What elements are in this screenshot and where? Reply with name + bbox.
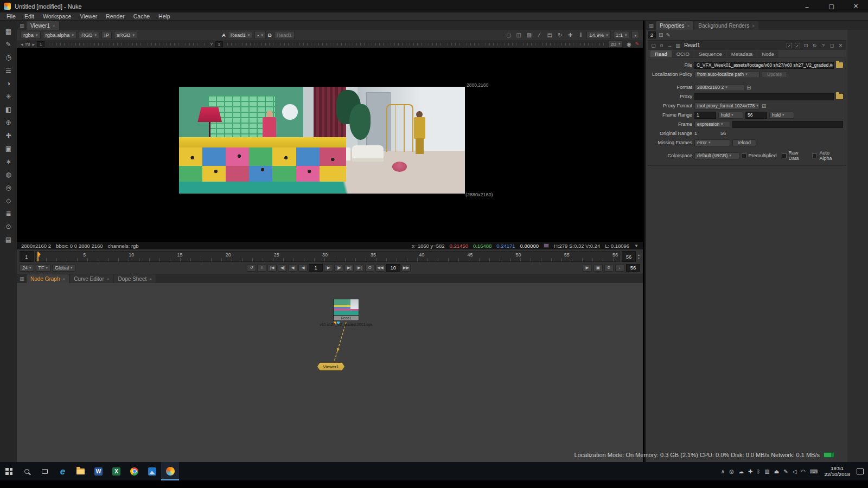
premultiplied-checkbox[interactable]	[742, 153, 746, 158]
file-explorer-button[interactable]	[72, 462, 90, 480]
alpha-dropdown[interactable]: rgba.alpha ▾	[43, 31, 76, 39]
gamma-toggle-icon[interactable]: ◫	[515, 32, 522, 38]
skip-forward-button[interactable]: ▶▶	[401, 264, 411, 272]
gain-toggle-icon[interactable]: ◻	[505, 32, 512, 38]
range-start-field[interactable]: 1	[20, 251, 34, 262]
image-node-icon[interactable]: ▦	[4, 27, 14, 36]
max-panels-field[interactable]: 2	[648, 31, 656, 38]
proxy-path-field[interactable]	[694, 93, 834, 100]
pane-menu-icon[interactable]: ▥	[18, 22, 25, 30]
tab-close-icon[interactable]: ×	[752, 23, 755, 28]
annotate-icon[interactable]: ✎	[635, 41, 639, 47]
spin-up-icon[interactable]: ▲	[637, 254, 640, 256]
download-frames-icon[interactable]: ↓	[615, 264, 624, 272]
menu-render[interactable]: Render	[101, 13, 129, 20]
frame-range-end-mode-dropdown[interactable]: hold ▾	[769, 112, 794, 119]
toolsets-node-icon[interactable]: ≣	[4, 209, 14, 218]
range-mode-dropdown[interactable]: Global ▾	[52, 264, 75, 272]
pane-menu-icon[interactable]: ▥	[18, 275, 25, 283]
float-panel-icon[interactable]: ◻	[829, 43, 835, 48]
display-style-dropdown[interactable]: RGB ▾	[79, 31, 99, 39]
menu-edit[interactable]: Edit	[20, 13, 39, 20]
step-back-icon[interactable]: ◀	[288, 264, 297, 272]
lock-range-icon[interactable]: ⊘	[604, 264, 614, 272]
prev-increment-icon[interactable]: ◀|	[278, 264, 287, 272]
nuke-taskbar-button[interactable]	[161, 462, 179, 480]
taskbar-clock[interactable]: 19:51 22/10/2018	[824, 465, 850, 478]
layer-stack-icon[interactable]: ▤	[546, 32, 553, 38]
center-node-icon[interactable]: ⊡	[803, 43, 809, 48]
node-toggle-icon[interactable]: ▢	[650, 43, 656, 48]
search-button[interactable]	[18, 462, 36, 480]
photos-taskbar-button[interactable]	[143, 462, 161, 480]
in-out-icon[interactable]: I	[257, 264, 266, 272]
frame-mode-dropdown[interactable]: expression ▾	[694, 121, 730, 128]
frame-expression-field[interactable]	[732, 121, 843, 128]
ocio-tab[interactable]: OCIO	[672, 50, 694, 57]
file-path-field[interactable]: C_VFX_Week01_assets/footage/v60 sh27/v60…	[694, 62, 834, 69]
update-button[interactable]: Update	[762, 71, 787, 78]
raw-data-checkbox[interactable]	[782, 153, 787, 158]
refresh-icon[interactable]: ↻	[556, 32, 564, 38]
pause-icon[interactable]: ‖	[577, 32, 584, 38]
tray-network-icon[interactable]: ◠	[801, 468, 806, 474]
menu-workspace[interactable]: Workspace	[39, 13, 75, 20]
threed-node-icon[interactable]: ▣	[4, 144, 14, 153]
goto-start-icon[interactable]: |◀	[267, 264, 277, 272]
checker-background-icon[interactable]: ▨	[525, 32, 533, 38]
play-backward-icon[interactable]: ◀	[298, 264, 308, 272]
transform-node-icon[interactable]: ✚	[4, 131, 14, 140]
maximize-button[interactable]: ▢	[819, 0, 844, 12]
menu-cache[interactable]: Cache	[129, 13, 154, 20]
current-frame-field[interactable]: 1	[309, 264, 323, 272]
tray-keyboard-icon[interactable]: ⌨	[810, 468, 818, 474]
tab-background-renders[interactable]: Background Renders ×	[694, 21, 758, 30]
flipbook-icon[interactable]: ▶	[583, 264, 592, 272]
minimize-button[interactable]: –	[795, 0, 819, 12]
tray-display-icon[interactable]: ▥	[764, 468, 769, 474]
frame-ruler[interactable]: 151015202530354045505556	[35, 251, 620, 262]
tab-close-icon[interactable]: ×	[62, 277, 65, 281]
plugins-node-icon[interactable]: ▤	[4, 235, 14, 244]
wipe-dropdown[interactable]: - ▾	[254, 31, 266, 39]
metadata-node-icon[interactable]: ◇	[4, 196, 14, 205]
tray-volume-icon[interactable]: ◁	[793, 468, 797, 474]
pane-menu-icon[interactable]: ▥	[648, 22, 655, 30]
proxy-format-dropdown[interactable]: root.proxy_format 1024x778 ▾	[694, 102, 760, 110]
other-node-icon[interactable]: ⊙	[4, 222, 14, 231]
frame-increment-field[interactable]: 10	[386, 264, 400, 272]
auto-alpha-checkbox[interactable]	[812, 153, 817, 158]
tray-onedrive-icon[interactable]: ☁	[738, 468, 744, 474]
edge-taskbar-button[interactable]: e	[54, 462, 72, 480]
input-process-button[interactable]: IP	[101, 31, 112, 39]
proxy-ratio-dropdown[interactable]: 1:1 ▾	[613, 31, 630, 39]
fstop-decrease-icon[interactable]: ◀	[21, 42, 23, 46]
tray-eject-icon[interactable]: ⏏	[774, 468, 779, 474]
merge-node-icon[interactable]: ⊕	[4, 118, 14, 127]
channel-node-icon[interactable]: ☰	[4, 66, 14, 75]
proxy-browse-icon[interactable]	[836, 94, 843, 99]
frame-render-icon[interactable]: ▣	[593, 264, 603, 272]
viewer1-node[interactable]: Viewer1	[317, 363, 344, 370]
tab-node-graph[interactable]: Node Graph ×	[27, 274, 69, 283]
tray-contacts-icon[interactable]: ◎	[729, 468, 734, 474]
frame-range-end-field[interactable]: 56	[745, 112, 767, 119]
play-forward-icon[interactable]: ▶	[324, 264, 333, 272]
localization-dropdown[interactable]: from auto-localize path ▾	[694, 71, 760, 78]
color-node-icon[interactable]: ◑	[4, 79, 14, 88]
start-button[interactable]	[0, 462, 18, 480]
tab-dope-sheet[interactable]: Dope Sheet ×	[114, 274, 156, 283]
node-check-icon[interactable]: ✓	[795, 43, 800, 48]
node-tab[interactable]: Node	[757, 50, 778, 57]
colorspace-dropdown[interactable]: default (sRGB) ▾	[694, 152, 739, 159]
viewer-canvas[interactable]: 2880,2160 (2880x2160)	[17, 48, 643, 241]
node-swatch-icon[interactable]: ▥	[675, 43, 681, 48]
tray-chevron-icon[interactable]: ∧	[721, 468, 725, 474]
input-a-dropdown[interactable]: Read1 ▾	[228, 31, 253, 39]
gain-value[interactable]: 1	[37, 41, 44, 47]
sequence-tab[interactable]: Sequence	[694, 50, 726, 57]
playback-mode-icon[interactable]: ↺	[247, 264, 256, 272]
particles-node-icon[interactable]: ∗	[4, 157, 14, 166]
tab-properties[interactable]: Properties ×	[656, 21, 693, 30]
tray-pen-icon[interactable]: ✎	[783, 468, 788, 474]
